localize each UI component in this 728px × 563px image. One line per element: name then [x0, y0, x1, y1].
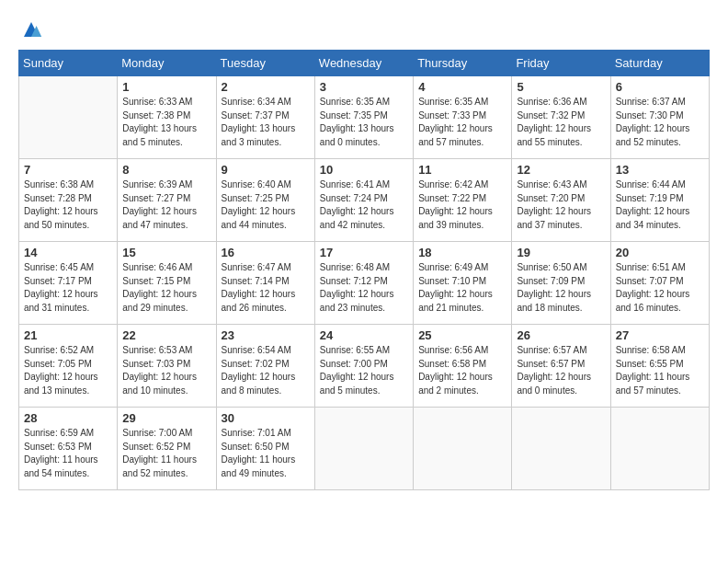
day-info: Sunrise: 6:44 AM Sunset: 7:19 PM Dayligh…: [616, 178, 704, 232]
calendar-cell: 17Sunrise: 6:48 AM Sunset: 7:12 PM Dayli…: [314, 242, 413, 325]
header-day-saturday: Saturday: [610, 51, 709, 76]
day-number: 20: [616, 246, 704, 259]
calendar-cell: 4Sunrise: 6:35 AM Sunset: 7:33 PM Daylig…: [414, 76, 512, 159]
header-day-sunday: Sunday: [19, 51, 118, 76]
calendar-cell: 8Sunrise: 6:39 AM Sunset: 7:27 PM Daylig…: [118, 159, 216, 242]
calendar-cell: 27Sunrise: 6:58 AM Sunset: 6:55 PM Dayli…: [610, 325, 709, 408]
calendar-cell: 28Sunrise: 6:59 AM Sunset: 6:53 PM Dayli…: [19, 408, 118, 490]
day-info: Sunrise: 6:34 AM Sunset: 7:37 PM Dayligh…: [222, 96, 310, 149]
calendar-cell: 25Sunrise: 6:56 AM Sunset: 6:58 PM Dayli…: [414, 325, 512, 408]
day-info: Sunrise: 7:00 AM Sunset: 6:52 PM Dayligh…: [122, 427, 210, 480]
header-day-tuesday: Tuesday: [216, 51, 314, 76]
week-row-2: 14Sunrise: 6:45 AM Sunset: 7:17 PM Dayli…: [19, 242, 710, 325]
day-info: Sunrise: 6:35 AM Sunset: 7:35 PM Dayligh…: [320, 96, 408, 149]
day-number: 27: [616, 328, 704, 342]
day-info: Sunrise: 6:45 AM Sunset: 7:17 PM Dayligh…: [24, 261, 112, 315]
day-number: 28: [24, 411, 112, 425]
day-info: Sunrise: 6:55 AM Sunset: 7:00 PM Dayligh…: [320, 344, 408, 397]
calendar-cell: 24Sunrise: 6:55 AM Sunset: 7:00 PM Dayli…: [314, 325, 413, 408]
header-day-friday: Friday: [512, 51, 610, 76]
calendar-cell: 9Sunrise: 6:40 AM Sunset: 7:25 PM Daylig…: [216, 159, 314, 242]
day-number: 8: [122, 163, 210, 177]
calendar-cell: [414, 408, 512, 490]
logo-icon: [20, 18, 42, 40]
day-number: 26: [517, 328, 605, 342]
calendar-cell: 1Sunrise: 6:33 AM Sunset: 7:38 PM Daylig…: [118, 76, 216, 159]
week-row-1: 7Sunrise: 6:38 AM Sunset: 7:28 PM Daylig…: [19, 159, 710, 242]
day-number: 6: [616, 80, 704, 94]
day-number: 3: [320, 80, 408, 94]
day-number: 25: [418, 328, 506, 342]
day-info: Sunrise: 6:43 AM Sunset: 7:20 PM Dayligh…: [517, 178, 605, 232]
calendar-cell: 16Sunrise: 6:47 AM Sunset: 7:14 PM Dayli…: [216, 242, 314, 325]
day-number: 9: [222, 163, 310, 177]
day-number: 7: [24, 163, 112, 177]
calendar-cell: 26Sunrise: 6:57 AM Sunset: 6:57 PM Dayli…: [512, 325, 610, 408]
day-info: Sunrise: 7:01 AM Sunset: 6:50 PM Dayligh…: [222, 427, 310, 480]
calendar-cell: 22Sunrise: 6:53 AM Sunset: 7:03 PM Dayli…: [118, 325, 216, 408]
calendar-cell: 18Sunrise: 6:49 AM Sunset: 7:10 PM Dayli…: [414, 242, 512, 325]
calendar-cell: 21Sunrise: 6:52 AM Sunset: 7:05 PM Dayli…: [19, 325, 118, 408]
day-number: 12: [517, 163, 605, 177]
calendar-cell: 19Sunrise: 6:50 AM Sunset: 7:09 PM Dayli…: [512, 242, 610, 325]
day-info: Sunrise: 6:33 AM Sunset: 7:38 PM Dayligh…: [122, 96, 210, 149]
day-info: Sunrise: 6:56 AM Sunset: 6:58 PM Dayligh…: [418, 344, 506, 397]
day-number: 13: [616, 163, 704, 177]
day-number: 2: [222, 80, 310, 94]
calendar-cell: 12Sunrise: 6:43 AM Sunset: 7:20 PM Dayli…: [512, 159, 610, 242]
day-info: Sunrise: 6:39 AM Sunset: 7:27 PM Dayligh…: [122, 178, 210, 232]
day-info: Sunrise: 6:40 AM Sunset: 7:25 PM Dayligh…: [222, 178, 310, 232]
calendar-cell: 14Sunrise: 6:45 AM Sunset: 7:17 PM Dayli…: [19, 242, 118, 325]
day-info: Sunrise: 6:46 AM Sunset: 7:15 PM Dayligh…: [122, 261, 210, 315]
day-info: Sunrise: 6:47 AM Sunset: 7:14 PM Dayligh…: [222, 261, 310, 315]
day-info: Sunrise: 6:57 AM Sunset: 6:57 PM Dayligh…: [517, 344, 605, 397]
calendar-cell: 10Sunrise: 6:41 AM Sunset: 7:24 PM Dayli…: [314, 159, 413, 242]
calendar-cell: 3Sunrise: 6:35 AM Sunset: 7:35 PM Daylig…: [314, 76, 413, 159]
day-number: 18: [418, 246, 506, 259]
day-number: 17: [320, 246, 408, 259]
day-number: 23: [222, 328, 310, 342]
day-info: Sunrise: 6:51 AM Sunset: 7:07 PM Dayligh…: [616, 261, 704, 315]
calendar-table: SundayMondayTuesdayWednesdayThursdayFrid…: [18, 50, 710, 490]
day-number: 5: [517, 80, 605, 94]
calendar-cell: 23Sunrise: 6:54 AM Sunset: 7:02 PM Dayli…: [216, 325, 314, 408]
calendar-cell: 13Sunrise: 6:44 AM Sunset: 7:19 PM Dayli…: [610, 159, 709, 242]
day-number: 21: [24, 328, 112, 342]
day-number: 24: [320, 328, 408, 342]
week-row-0: 1Sunrise: 6:33 AM Sunset: 7:38 PM Daylig…: [19, 76, 710, 159]
calendar-cell: 2Sunrise: 6:34 AM Sunset: 7:37 PM Daylig…: [216, 76, 314, 159]
day-number: 30: [222, 411, 310, 425]
day-info: Sunrise: 6:48 AM Sunset: 7:12 PM Dayligh…: [320, 261, 408, 315]
calendar-cell: 29Sunrise: 7:00 AM Sunset: 6:52 PM Dayli…: [118, 408, 216, 490]
calendar-cell: 30Sunrise: 7:01 AM Sunset: 6:50 PM Dayli…: [216, 408, 314, 490]
calendar-cell: [19, 76, 118, 159]
day-number: 16: [222, 246, 310, 259]
calendar-cell: 20Sunrise: 6:51 AM Sunset: 7:07 PM Dayli…: [610, 242, 709, 325]
calendar-cell: [314, 408, 413, 490]
calendar-cell: 11Sunrise: 6:42 AM Sunset: 7:22 PM Dayli…: [414, 159, 512, 242]
day-number: 11: [418, 163, 506, 177]
day-info: Sunrise: 6:35 AM Sunset: 7:33 PM Dayligh…: [418, 96, 506, 149]
day-number: 19: [517, 246, 605, 259]
header-day-monday: Monday: [118, 51, 216, 76]
day-number: 10: [320, 163, 408, 177]
day-info: Sunrise: 6:38 AM Sunset: 7:28 PM Dayligh…: [24, 178, 112, 232]
calendar-header-row: SundayMondayTuesdayWednesdayThursdayFrid…: [19, 51, 710, 76]
day-number: 29: [122, 411, 210, 425]
week-row-4: 28Sunrise: 6:59 AM Sunset: 6:53 PM Dayli…: [19, 408, 710, 490]
day-number: 22: [122, 328, 210, 342]
day-info: Sunrise: 6:59 AM Sunset: 6:53 PM Dayligh…: [24, 427, 112, 480]
calendar-body: 1Sunrise: 6:33 AM Sunset: 7:38 PM Daylig…: [19, 76, 710, 490]
day-info: Sunrise: 6:52 AM Sunset: 7:05 PM Dayligh…: [24, 344, 112, 397]
day-info: Sunrise: 6:42 AM Sunset: 7:22 PM Dayligh…: [418, 178, 506, 232]
day-info: Sunrise: 6:53 AM Sunset: 7:03 PM Dayligh…: [122, 344, 210, 397]
calendar-cell: 5Sunrise: 6:36 AM Sunset: 7:32 PM Daylig…: [512, 76, 610, 159]
day-info: Sunrise: 6:41 AM Sunset: 7:24 PM Dayligh…: [320, 178, 408, 232]
logo: [18, 18, 42, 40]
day-number: 1: [122, 80, 210, 94]
day-number: 15: [122, 246, 210, 259]
day-info: Sunrise: 6:37 AM Sunset: 7:30 PM Dayligh…: [616, 96, 704, 149]
calendar-cell: [610, 408, 709, 490]
day-info: Sunrise: 6:49 AM Sunset: 7:10 PM Dayligh…: [418, 261, 506, 315]
header-day-thursday: Thursday: [414, 51, 512, 76]
